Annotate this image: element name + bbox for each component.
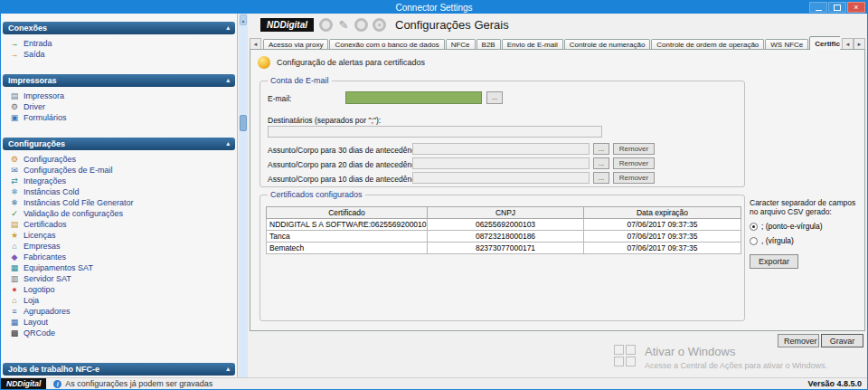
sidebar-section-configuracoes: Configurações▴⚙Configurações✉Configuraçõ… — [1, 138, 237, 342]
sidebar-section-header-conexoes[interactable]: Conexões▴ — [3, 22, 235, 34]
sidebar-item-label: Formulários — [24, 113, 67, 122]
group-title: Conta de E-mail — [268, 76, 332, 85]
watermark-title: Ativar o Windows — [645, 345, 827, 358]
section-title: Jobs de trabalho NFC-e — [8, 365, 99, 374]
titlebar[interactable]: Connector Settings × — [1, 1, 867, 14]
subject-body-input-10-days[interactable] — [412, 172, 590, 184]
remove-alert-button-10-days[interactable]: Remover — [613, 172, 655, 184]
certificates-table[interactable]: CertificadoCNPJData expiração NDDIGITAL … — [266, 206, 741, 254]
manufacturer-icon: ◆ — [10, 253, 19, 262]
group-title: Certificados configurados — [268, 190, 365, 199]
scrollbar-thumb[interactable] — [240, 115, 247, 131]
sidebar-item-impressora[interactable]: ▤Impressora — [10, 90, 237, 101]
subject-body-label-20-days: Assunto/Corpo para 20 dias de antecedênc… — [268, 160, 423, 169]
status-bar: NDDigital i As configurações já podem se… — [1, 377, 867, 389]
column-header-cnpj[interactable]: CNPJ — [428, 207, 584, 219]
sidebar-item-driver[interactable]: ⚙Driver — [10, 101, 237, 112]
cell: 07/06/2017 09:37:35 — [584, 231, 741, 243]
sidebar-item-integracoes[interactable]: ⇄Integrações — [10, 176, 237, 186]
table-row[interactable]: Bematech8237307700017107/06/2017 09:37:3… — [267, 243, 741, 254]
edit-pencil-icon[interactable]: ✎ — [337, 17, 350, 32]
recipients-input[interactable] — [268, 126, 602, 138]
sidebar-item-instancias-cold-file-generator[interactable]: ❄Instâncias Cold File Generator — [10, 197, 237, 208]
csv-separator-radio-comma[interactable]: , (vírgula) — [750, 236, 863, 245]
table-row[interactable]: Tanca0872321800018607/06/2017 09:37:35 — [267, 231, 741, 243]
scroll-up-button[interactable]: ▴ — [240, 14, 247, 25]
cell: Bematech — [267, 243, 428, 254]
main-area: NDDigital ✎× Configurações Gerais ◄ Aces… — [248, 14, 867, 377]
sidebar-item-logotipo[interactable]: ●Logotipo — [10, 284, 237, 295]
subject-body-input-20-days[interactable] — [412, 157, 590, 169]
sidebar-item-instancias-cold[interactable]: ❄Instâncias Cold — [10, 186, 237, 197]
qrcode-icon: ▩ — [10, 329, 19, 338]
sidebar-item-formularios[interactable]: ▣Formulários — [10, 112, 237, 123]
csv-separator-radio-semicolon[interactable]: ; (ponto-e-vírgula) — [750, 222, 863, 231]
sidebar-item-validacao-de-configuracoes[interactable]: ✓Validação de configurações — [10, 208, 237, 219]
certificates-group: Certificados configurados CertificadoCNP… — [259, 195, 745, 321]
cell: 08723218000186 — [428, 231, 584, 243]
sidebar-item-label: Instâncias Cold File Generator — [24, 198, 134, 207]
sidebar-item-qrcode[interactable]: ▩QRCode — [10, 328, 237, 338]
table-row[interactable]: NDDIGITAL S A SOFTWARE:06255692000103062… — [267, 219, 741, 231]
sidebar-item-label: Validação de configurações — [24, 209, 123, 218]
refresh-circle-icon[interactable] — [354, 18, 368, 32]
minimize-icon — [816, 10, 822, 11]
sidebar-item-saida[interactable]: →Saída — [10, 49, 237, 60]
company-icon: ⌂ — [10, 243, 19, 251]
sidebar-item-certificados[interactable]: ▤Certificados — [10, 219, 237, 230]
email-input[interactable] — [345, 91, 482, 104]
sidebar-item-licencas[interactable]: ★Licenças — [10, 230, 237, 241]
sidebar-item-loja[interactable]: ⌂Loja — [10, 295, 237, 306]
maximize-icon — [834, 5, 841, 11]
sidebar-item-label: QRCode — [24, 328, 55, 338]
nddigital-logo: NDDigital — [260, 18, 314, 32]
status-circle-icon[interactable] — [319, 18, 333, 32]
section-title: Impressoras — [8, 76, 57, 85]
sidebar-section-header-jobs-nfce[interactable]: Jobs de trabalho NFC-e ▴ — [3, 363, 235, 376]
email-account-group: Conta de E-mail E-mail: ... Destinatário… — [259, 81, 745, 187]
remove-alert-button-30-days[interactable]: Remover — [613, 143, 655, 155]
input-arrow-icon: → — [10, 40, 19, 48]
sidebar-item-agrupadores[interactable]: ≡Agrupadores — [10, 306, 237, 317]
sidebar-section-header-configuracoes[interactable]: Configurações▴ — [3, 138, 235, 150]
license-icon: ★ — [10, 232, 19, 240]
sidebar-item-layout[interactable]: ▦Layout — [10, 317, 237, 328]
cell: 07/06/2017 09:37:35 — [584, 219, 741, 231]
sidebar-section-header-impressoras[interactable]: Impressoras▴ — [3, 74, 235, 87]
sidebar-item-servidor-sat[interactable]: ▥Servidor SAT — [10, 273, 237, 284]
email-settings-icon: ✉ — [10, 166, 19, 175]
alert-header-label: Configuração de alertas para certificado… — [277, 58, 425, 67]
browse-button-30-days[interactable]: ... — [593, 143, 609, 155]
output-arrow-icon: → — [10, 51, 19, 59]
csv-separator-label: Caracter separador de campos no arquivo … — [750, 198, 863, 216]
sidebar-item-entrada[interactable]: →Entrada — [10, 38, 237, 49]
export-button[interactable]: Exportar — [750, 254, 798, 269]
tab-strip: ◄ Acesso via proxyConexão com o banco de… — [250, 36, 865, 50]
column-header-data-expiracao[interactable]: Data expiração — [584, 207, 741, 219]
maximize-button[interactable] — [828, 2, 846, 13]
cancel-circle-icon[interactable]: × — [373, 18, 386, 32]
browse-button-20-days[interactable]: ... — [593, 157, 609, 169]
sidebar-item-label: Configurações de E-mail — [24, 166, 113, 175]
sidebar-item-configuracoes[interactable]: ⚙Configurações — [10, 154, 237, 165]
logo-icon: ● — [10, 286, 19, 294]
sidebar-scrollbar[interactable]: ▴ — [239, 14, 248, 377]
toolbar: NDDigital ✎× Configurações Gerais — [260, 15, 509, 33]
chevron-up-icon: ▴ — [226, 24, 230, 32]
minimize-button[interactable] — [809, 2, 827, 13]
alert-row-20-days: Assunto/Corpo para 20 dias de antecedênc… — [260, 157, 744, 170]
groupers-icon: ≡ — [10, 308, 19, 316]
cell: 06255692000103 — [428, 219, 584, 231]
sidebar-item-empresas[interactable]: ⌂Empresas — [10, 241, 237, 252]
sidebar-item-equipamentos-sat[interactable]: ▦Equipamentos SAT — [10, 262, 237, 273]
column-header-certificado[interactable]: Certificado — [267, 207, 428, 219]
sidebar-item-fabricantes[interactable]: ◆Fabricantes — [10, 252, 237, 262]
browse-button-10-days[interactable]: ... — [593, 172, 609, 184]
cold-instance-icon: ❄ — [10, 188, 19, 196]
remove-alert-button-20-days[interactable]: Remover — [613, 157, 655, 169]
subject-body-input-30-days[interactable] — [412, 143, 590, 155]
email-browse-button[interactable]: ... — [486, 91, 503, 104]
sidebar-item-configuracoes-de-e-mail[interactable]: ✉Configurações de E-mail — [10, 165, 237, 176]
tab-certificad[interactable]: Certificad... — [809, 36, 840, 50]
close-button[interactable]: × — [847, 2, 865, 13]
